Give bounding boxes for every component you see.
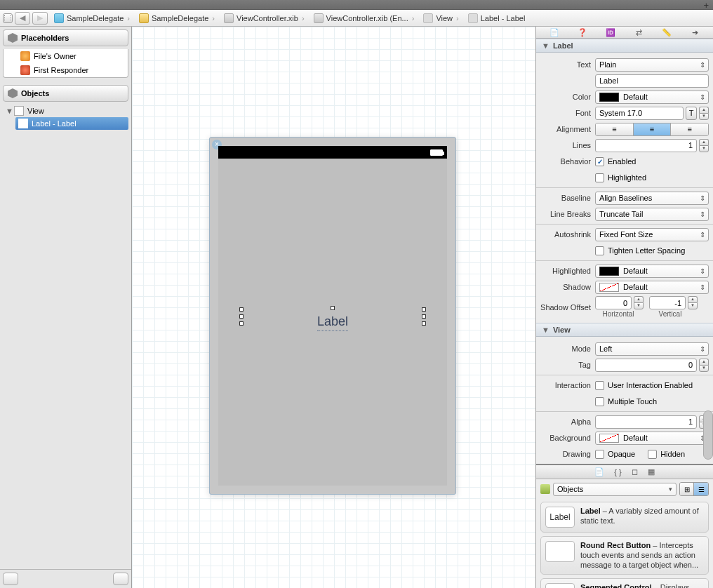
shadow-h-stepper[interactable]: ▲▼ <box>634 296 644 309</box>
align-right-button[interactable]: ≡ <box>671 123 708 135</box>
mode-popup[interactable]: Left <box>595 342 709 356</box>
user-interaction-checkbox[interactable] <box>595 381 604 390</box>
align-left-button[interactable]: ≡ <box>596 123 634 135</box>
disclosure-icon: ▼ <box>542 41 549 50</box>
list-view-button[interactable]: ☰ <box>694 483 708 495</box>
identity-inspector-tab[interactable]: 🆔 <box>604 27 617 38</box>
object-library-tab[interactable]: ◻ <box>632 467 638 476</box>
breadcrumb-label: ViewController.xib <box>236 14 298 22</box>
highlighted-checkbox[interactable] <box>595 173 604 182</box>
alpha-input[interactable] <box>595 415 697 429</box>
filter-button[interactable] <box>3 573 18 585</box>
breadcrumb-label: Label - Label <box>481 14 526 22</box>
breadcrumb-view[interactable]: View <box>419 10 463 27</box>
first-responder-row[interactable]: First Responder <box>4 63 128 77</box>
library-item-segmented[interactable]: 1 2 Segmented Control – Displays multipl… <box>540 578 709 588</box>
font-field[interactable]: System 17.0 <box>595 107 684 120</box>
tag-stepper[interactable]: ▲▼ <box>699 359 709 372</box>
library-item-desc: Segmented Control – Displays multiple se… <box>580 583 704 588</box>
tree-label-row[interactable]: Label - Label <box>15 117 128 130</box>
objects-tree: ▼ View Label - Label <box>3 105 128 130</box>
size-inspector-tab[interactable]: 📏 <box>660 27 673 38</box>
selection-handle[interactable] <box>239 307 244 312</box>
tree-view-row[interactable]: ▼ View <box>3 105 128 117</box>
baseline-popup[interactable]: Align Baselines <box>595 192 709 205</box>
canvas[interactable]: × Label <box>132 27 536 588</box>
highlighted-color-popup[interactable]: Default <box>595 265 709 278</box>
tighten-checkbox[interactable] <box>595 246 604 255</box>
linebreaks-popup[interactable]: Truncate Tail <box>595 208 709 221</box>
window-titlebar: + <box>0 0 713 10</box>
breadcrumb-label: SampleDelegate <box>67 14 124 22</box>
align-center-button[interactable]: ≡ <box>634 123 672 135</box>
multiple-touch-checkbox[interactable] <box>595 397 604 406</box>
grid-view-button[interactable]: ⊞ <box>680 483 694 495</box>
canvas-label[interactable]: Label <box>317 314 348 329</box>
breadcrumb-file[interactable]: ViewController.xib <box>220 10 309 27</box>
breadcrumb-localization[interactable]: ViewController.xib (En... <box>309 10 420 27</box>
disclosure-icon[interactable]: ▼ <box>6 107 13 115</box>
nav-forward-button[interactable]: ▶ <box>32 12 48 25</box>
lines-stepper[interactable]: ▲▼ <box>699 139 709 152</box>
autoshrink-popup[interactable]: Fixed Font Size <box>595 228 709 241</box>
add-tab-icon[interactable]: + <box>703 0 709 11</box>
view-section-header[interactable]: ▼View <box>536 323 713 337</box>
related-items-icon[interactable]: ⋮⋮ <box>3 13 13 23</box>
quick-help-tab[interactable]: ❓ <box>576 27 589 38</box>
scrollbar[interactable] <box>703 410 713 460</box>
text-label: Text <box>540 60 595 69</box>
opaque-checkbox[interactable] <box>595 450 604 459</box>
library-item-label[interactable]: Label Label – A variably sized amount of… <box>540 502 709 533</box>
font-stepper[interactable]: ▲▼ <box>699 107 709 120</box>
breadcrumb-label-item[interactable]: Label - Label <box>464 10 531 27</box>
connections-inspector-tab[interactable]: ➜ <box>688 27 701 38</box>
hidden-checkbox[interactable] <box>648 450 657 459</box>
alignment-segmented[interactable]: ≡ ≡ ≡ <box>595 123 709 136</box>
selection-handle[interactable] <box>331 306 335 310</box>
file-template-tab[interactable]: 📄 <box>594 467 604 476</box>
objects-header[interactable]: Objects <box>3 85 128 102</box>
code-snippet-tab[interactable]: { } <box>614 468 621 476</box>
xib-icon <box>314 13 324 23</box>
placeholders-header[interactable]: Placeholders <box>3 29 128 46</box>
toggle-outline-button[interactable] <box>113 573 128 585</box>
selection-handle[interactable] <box>422 314 426 319</box>
text-value-input[interactable] <box>595 74 709 88</box>
selection-handle[interactable] <box>422 307 426 312</box>
disclosure-icon: ▼ <box>542 326 549 334</box>
font-picker-button[interactable]: T <box>686 107 697 120</box>
selection-handle[interactable] <box>239 314 244 319</box>
lines-input[interactable] <box>595 139 697 152</box>
shadow-h-input[interactable] <box>595 296 632 309</box>
library-filter-popup[interactable]: Objects <box>553 483 677 496</box>
background-popup[interactable]: Default <box>595 432 709 445</box>
file-inspector-tab[interactable]: 📄 <box>548 27 561 38</box>
responder-icon <box>20 65 30 75</box>
tag-input[interactable] <box>595 359 697 372</box>
selection-handle[interactable] <box>422 321 426 326</box>
button-thumb <box>545 541 575 562</box>
device-frame[interactable]: × Label <box>209 137 456 495</box>
breadcrumb-folder[interactable]: SampleDelegate <box>135 10 220 27</box>
text-mode-popup[interactable]: Plain <box>595 58 709 72</box>
alignment-label: Alignment <box>540 125 595 133</box>
highlighted-text: Highlighted <box>608 173 646 182</box>
library-view-toggle[interactable]: ⊞☰ <box>679 482 709 496</box>
behavior-label: Behavior <box>540 157 595 166</box>
shadow-v-input[interactable] <box>649 296 686 309</box>
autoshrink-label: Autoshrink <box>540 230 595 239</box>
nav-back-button[interactable]: ◀ <box>15 12 30 25</box>
library-tabs: 📄 { } ◻ ▦ <box>536 465 713 479</box>
color-popup[interactable]: Default <box>595 91 709 104</box>
files-owner-row[interactable]: File's Owner <box>4 49 128 63</box>
breadcrumb-project[interactable]: SampleDelegate <box>50 10 135 27</box>
label-section-header[interactable]: ▼Label <box>536 39 713 53</box>
shadow-popup[interactable]: Default <box>595 281 709 294</box>
enabled-checkbox[interactable]: ✓ <box>595 157 604 166</box>
attributes-inspector-tab[interactable]: ⇄ <box>632 27 645 38</box>
selection-handle[interactable] <box>239 321 244 326</box>
media-library-tab[interactable]: ▦ <box>648 467 655 476</box>
shadow-v-stepper[interactable]: ▲▼ <box>688 296 698 309</box>
library-item-button[interactable]: Round Rect Button – Intercepts touch eve… <box>540 536 709 575</box>
shadowoffset-label: Shadow Offset <box>540 303 595 312</box>
